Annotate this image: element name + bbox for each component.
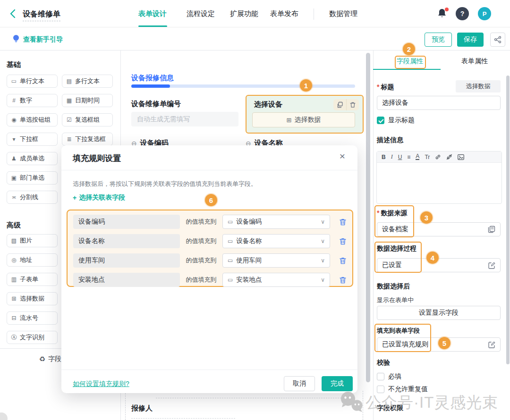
save-button[interactable]: 保存 (457, 33, 484, 47)
reporter-field-label[interactable]: 报修人 (131, 404, 153, 413)
fill-rule-help-link[interactable]: 如何设置填充规则? (73, 380, 129, 388)
sidebar-item-serial-number[interactable]: ⊟流水号 (7, 311, 58, 325)
show-title-checkbox-row[interactable]: 显示标题 (377, 116, 415, 125)
member-icon: ♟ (11, 155, 17, 162)
delete-rule-button[interactable] (339, 257, 347, 265)
tab-form-publish[interactable]: 表单发布 (270, 9, 298, 18)
sidebar-item-select-data[interactable]: ⊞选择数据 (7, 292, 58, 305)
edit-icon[interactable] (488, 262, 495, 269)
form-designer-screen: 设备维修单 表单设计 流程设定 扩展功能 表单发布 数据管理 ? P 查看新手引… (0, 0, 510, 420)
notification-bell-button[interactable] (437, 8, 449, 20)
sidebar-item-label: 复选框组 (75, 116, 100, 124)
serial-field-input[interactable]: 自动生成无需填写 (131, 112, 238, 126)
title-value-input[interactable] (377, 96, 501, 110)
tab-extensions[interactable]: 扩展功能 (230, 9, 258, 18)
delete-rule-button[interactable] (339, 237, 347, 245)
sidebar-item-label: 单选按钮组 (20, 116, 51, 124)
select-process-field[interactable]: 已设置 (377, 258, 501, 272)
font-color-button[interactable]: A (416, 154, 419, 160)
tab-data-management[interactable]: 数据管理 (329, 9, 357, 18)
tab-form-properties[interactable]: 表单属性 (461, 57, 488, 66)
rule-target-dropdown[interactable]: ▭设备编码∨ (222, 215, 330, 229)
serial-number-icon: ⊟ (11, 315, 17, 321)
sidebar-item-address[interactable]: ◎地址 (7, 253, 58, 267)
canvas-scrollbar[interactable] (366, 53, 370, 382)
italic-button[interactable]: I (391, 153, 393, 160)
basic-fields-right-column: ▤多行文本 ▦日期时间 ☑复选框组 ≣下拉复选框 (62, 75, 113, 146)
rule-source-field[interactable]: 设备名称 (73, 234, 180, 248)
sidebar-item-label: 流水号 (20, 314, 38, 322)
canvas-section-title[interactable]: 设备报修信息 (131, 74, 174, 83)
serial-field-label[interactable]: 设备维修单编号 (131, 100, 181, 109)
sidebar-item-multi-line-text[interactable]: ▤多行文本 (62, 75, 113, 88)
help-button[interactable]: ? (456, 7, 469, 20)
delete-field-button[interactable] (346, 99, 359, 110)
rule-target-dropdown[interactable]: ▭使用车间∨ (222, 253, 330, 268)
share-button[interactable] (490, 33, 505, 47)
sidebar-item-subform[interactable]: ▥子表单 (7, 273, 58, 286)
tab-form-design[interactable]: 表单设计 (138, 9, 167, 18)
sidebar-item-radio-group[interactable]: ◉单选按钮组 (7, 113, 58, 126)
underline-button[interactable]: U (398, 154, 402, 160)
sidebar-item-label: 成员单选 (20, 154, 44, 163)
description-editor[interactable]: B I U ≡ A Tr (376, 151, 502, 204)
sidebar-item-label: 单行文本 (20, 77, 44, 85)
rule-source-field[interactable]: 使用车间 (73, 253, 180, 268)
bold-button[interactable]: B (382, 154, 386, 160)
header-divider (314, 8, 314, 20)
required-checkbox[interactable] (377, 373, 384, 380)
data-source-field[interactable]: 设备档案 (377, 222, 501, 236)
rule-target-dropdown[interactable]: ▭安装地点∨ (222, 273, 330, 287)
select-data-grey-button[interactable]: 选择数据 (456, 80, 501, 92)
close-icon[interactable]: × (340, 151, 345, 161)
insert-image-button[interactable] (458, 154, 464, 160)
sidebar-item-ocr[interactable]: Ⓐ文字识别 (7, 331, 58, 344)
cancel-button[interactable]: 取消 (284, 376, 315, 391)
sidebar-item-datetime[interactable]: ▦日期时间 (62, 94, 113, 107)
show-title-checkbox[interactable] (377, 117, 384, 124)
panel-scrollbar[interactable] (506, 76, 510, 364)
rule-middle-text: 的值填充到 (180, 256, 222, 265)
rule-source-field[interactable]: 安装地点 (73, 273, 180, 287)
font-size-button[interactable]: Tr (425, 154, 430, 160)
rule-target-dropdown[interactable]: ▭设备名称∨ (222, 234, 330, 248)
rule-source-field[interactable]: 设备编码 (73, 215, 180, 229)
copy-field-button[interactable] (333, 99, 346, 110)
sidebar-item-dropdown[interactable]: ▾下拉框 (7, 133, 58, 146)
linked-form-icon[interactable] (488, 226, 495, 233)
sidebar-item-checkbox-group[interactable]: ☑复选框组 (62, 113, 113, 126)
text-field-icon: ▭ (228, 238, 233, 244)
preview-button[interactable]: 预览 (425, 33, 452, 47)
document-title[interactable]: 设备维修单 (23, 9, 60, 21)
align-button[interactable]: ≡ (407, 154, 410, 160)
add-related-field-link[interactable]: + 选择关联表字段 (73, 193, 125, 202)
sidebar-item-department-single[interactable]: ▣部门单选 (7, 171, 58, 185)
unlink-button[interactable] (446, 154, 452, 160)
sidebar-item-single-line-text[interactable]: ▭单行文本 (7, 75, 58, 88)
back-chevron-icon (8, 8, 19, 19)
set-display-fields-button[interactable]: 设置显示字段 (377, 306, 501, 320)
required-checkbox-row[interactable]: 必填 (377, 372, 401, 381)
sidebar-item-label: 子表单 (20, 275, 38, 284)
link-button[interactable] (435, 154, 441, 160)
tab-field-properties[interactable]: 字段属性 (397, 57, 423, 66)
sidebar-item-dropdown-multi[interactable]: ≣下拉复选框 (62, 133, 113, 146)
choose-data-label: 选择数据 (294, 116, 321, 124)
confirm-button[interactable]: 完成 (322, 376, 353, 391)
beginner-guide-link[interactable]: 查看新手引导 (23, 35, 63, 44)
sidebar-item-image[interactable]: ▧图片 (7, 234, 58, 247)
rule-row: 安装地点 的值填充到 ▭安装地点∨ (73, 273, 347, 287)
edit-icon[interactable] (488, 341, 495, 348)
sidebar-item-divider-line[interactable]: ≍分割线 (7, 191, 58, 204)
sidebar-item-label: 图片 (20, 236, 32, 245)
choose-data-button[interactable]: ⊞ 选择数据 (252, 112, 355, 127)
top-header: 设备维修单 表单设计 流程设定 扩展功能 表单发布 数据管理 ? P (0, 0, 510, 27)
sidebar-item-number[interactable]: #数字 (7, 94, 58, 107)
delete-rule-button[interactable] (339, 276, 347, 284)
user-avatar[interactable]: P (478, 7, 491, 20)
sidebar-item-member-single[interactable]: ♟成员单选 (7, 152, 58, 165)
delete-rule-button[interactable] (339, 218, 347, 226)
selected-field-select-device[interactable]: 选择设备 ⊞ 选择数据 (246, 95, 364, 134)
tab-flow-setting[interactable]: 流程设定 (187, 9, 215, 18)
back-button[interactable] (8, 8, 19, 19)
